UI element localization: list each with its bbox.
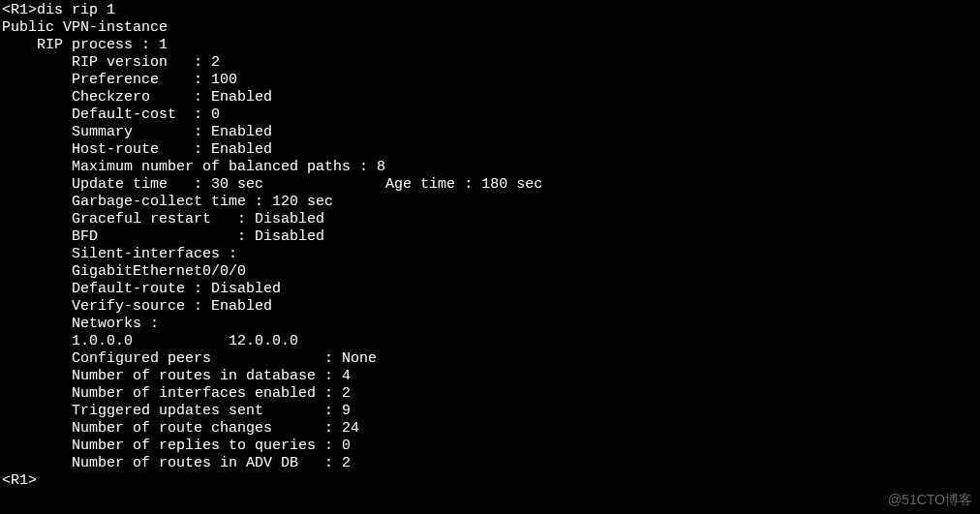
default-cost-value: 0 — [211, 106, 220, 123]
preference-value: 100 — [211, 72, 237, 88]
rip-process-id: 1 — [159, 37, 168, 53]
garbage-collect-label: Garbage-collect time — [72, 194, 246, 210]
default-route-value: Disabled — [211, 281, 281, 297]
routes-adv-db-label: Number of routes in ADV DB — [72, 455, 298, 471]
host-route-label: Host-route — [72, 141, 159, 158]
replies-queries-value: 0 — [342, 438, 351, 454]
bfd-label: BFD — [72, 228, 98, 245]
interfaces-enabled-label: Number of interfaces enabled — [72, 385, 316, 402]
command-text: dis rip 1 — [37, 2, 115, 18]
rip-version-label: RIP version — [72, 54, 168, 71]
networks-label: Networks : — [72, 316, 159, 332]
checkzero-label: Checkzero — [72, 89, 150, 106]
rip-version-value: 2 — [211, 54, 220, 71]
default-cost-label: Default-cost — [72, 106, 176, 123]
vpn-instance-header: Public VPN-instance — [2, 19, 168, 36]
verify-source-label: Verify-source — [72, 298, 185, 315]
prompt: <R1> — [2, 472, 37, 489]
network-1: 1.0.0.0 — [72, 333, 133, 349]
route-changes-value: 24 — [342, 420, 359, 437]
replies-queries-label: Number of replies to queries — [72, 438, 316, 454]
verify-source-value: Enabled — [211, 298, 272, 315]
configured-peers-label: Configured peers — [72, 350, 211, 367]
silent-interfaces-label: Silent-interfaces : — [72, 246, 237, 262]
route-changes-label: Number of route changes — [72, 420, 272, 437]
triggered-updates-value: 9 — [342, 403, 351, 419]
bfd-value: Disabled — [255, 228, 324, 245]
routes-db-label: Number of routes in database — [72, 368, 316, 384]
host-route-value: Enabled — [211, 141, 272, 158]
max-balanced-value: 8 — [377, 159, 385, 175]
checkzero-value: Enabled — [211, 89, 272, 106]
summary-label: Summary — [72, 124, 133, 140]
configured-peers-value: None — [342, 350, 377, 367]
update-time-value: 30 sec — [211, 176, 263, 193]
default-route-label: Default-route — [72, 281, 185, 297]
rip-process-label: RIP process — [37, 37, 133, 53]
garbage-collect-value: 120 sec — [272, 194, 333, 210]
graceful-restart-label: Graceful restart — [72, 211, 211, 227]
graceful-restart-value: Disabled — [255, 211, 324, 227]
interfaces-enabled-value: 2 — [342, 385, 351, 402]
routes-db-value: 4 — [342, 368, 351, 384]
preference-label: Preference — [72, 72, 159, 88]
silent-interface-value: GigabitEthernet0/0/0 — [72, 263, 246, 280]
update-time-label: Update time — [72, 176, 168, 193]
summary-value: Enabled — [211, 124, 272, 140]
terminal-output[interactable]: <R1>dis rip 1 Public VPN-instance RIP pr… — [0, 0, 980, 490]
max-balanced-label: Maximum number of balanced paths — [72, 159, 351, 175]
age-time-label: Age time — [385, 176, 455, 193]
watermark: @51CTO博客 — [888, 491, 972, 508]
triggered-updates-label: Triggered updates sent — [72, 403, 263, 419]
network-2: 12.0.0.0 — [229, 333, 298, 349]
routes-adv-db-value: 2 — [342, 455, 351, 471]
prompt: <R1> — [2, 2, 37, 18]
age-time-value: 180 sec — [481, 176, 542, 193]
